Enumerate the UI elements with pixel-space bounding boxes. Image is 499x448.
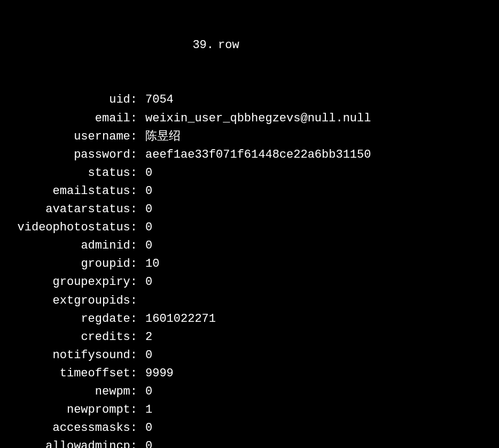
field-value: 0 [137,383,152,401]
field-row: adminid:0 [0,237,499,255]
field-label: timeoffset: [0,365,137,383]
fields-list: uid:7054email:weixin_user_qbbhegzevs@nul… [0,91,499,448]
field-value [137,292,145,310]
field-label: avatarstatus: [0,200,137,219]
field-value: 陈昱绍 [137,128,181,146]
field-row: newpm:0 [0,383,499,401]
field-label: newprompt: [0,401,137,419]
field-row: status:0 [0,164,499,182]
field-value: 2 [137,328,152,346]
field-row: groupid:10 [0,255,499,273]
field-label: newpm: [0,383,137,401]
field-row: uid:7054 [0,91,499,109]
field-value: 0 [137,419,152,437]
field-value: 7054 [137,91,174,109]
field-row: credits:2 [0,328,499,346]
field-row: videophotostatus:0 [0,219,499,237]
field-value: aeef1ae33f071f61448ce22a6bb31150 [137,146,371,164]
field-label: notifysound: [0,346,137,365]
field-value: 0 [137,219,152,237]
field-value: 9999 [137,365,174,383]
field-value: 1601022271 [137,310,216,328]
field-label: uid: [0,91,137,109]
field-row: password:aeef1ae33f071f61448ce22a6bb3115… [0,146,499,164]
field-label: videophotostatus: [0,219,137,237]
field-row: allowadmincp:0 [0,437,499,448]
terminal-output: 39. row uid:7054email:weixin_user_qbbheg… [0,0,499,448]
row-label: row [214,36,239,55]
field-row: email:weixin_user_qbbhegzevs@null.null [0,110,499,128]
field-row: newprompt:1 [0,401,499,419]
field-label: status: [0,164,137,182]
field-row: extgroupids: [0,292,499,310]
field-value: 0 [137,164,152,182]
field-value: 0 [137,182,152,200]
field-label: regdate: [0,310,137,328]
field-row: regdate:1601022271 [0,310,499,328]
field-row: accessmasks:0 [0,419,499,437]
field-row: notifysound:0 [0,346,499,365]
field-value: 1 [137,401,152,419]
field-label: groupid: [0,255,137,273]
field-label: adminid: [0,237,137,255]
field-value: 0 [137,346,152,365]
field-label: accessmasks: [0,419,137,437]
field-label: groupexpiry: [0,273,137,291]
field-row: emailstatus:0 [0,182,499,200]
field-label: email: [0,110,137,128]
field-value: 0 [137,200,152,219]
row-header: 39. row [0,36,499,55]
field-label: password: [0,146,137,164]
field-label: extgroupids: [0,292,137,310]
row-number: 39. [0,36,214,55]
field-value: 0 [137,437,152,448]
field-label: allowadmincp: [0,437,137,448]
field-label: username: [0,128,137,146]
field-row: avatarstatus:0 [0,200,499,219]
field-value: weixin_user_qbbhegzevs@null.null [137,110,371,128]
field-row: username:陈昱绍 [0,128,499,146]
field-value: 0 [137,237,152,255]
field-value: 10 [137,255,159,273]
field-value: 0 [137,273,152,291]
field-label: credits: [0,328,137,346]
field-row: groupexpiry:0 [0,273,499,291]
field-row: timeoffset:9999 [0,365,499,383]
field-label: emailstatus: [0,182,137,200]
